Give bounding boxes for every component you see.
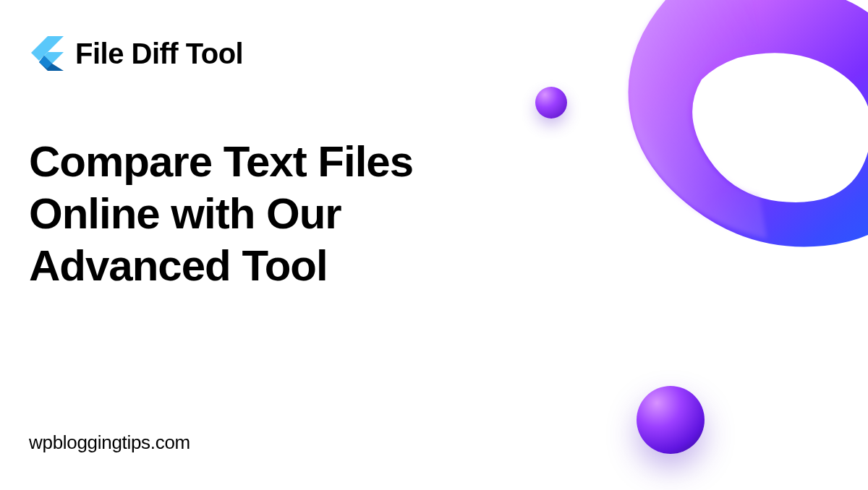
decorative-sphere-large xyxy=(637,386,705,454)
domain-label: wpbloggingtips.com xyxy=(29,431,190,454)
decorative-3d-shape xyxy=(593,0,868,311)
brand-name: File Diff Tool xyxy=(75,38,243,70)
page-headline: Compare Text Files Online with Our Advan… xyxy=(29,136,521,292)
decorative-sphere-small xyxy=(535,87,567,119)
flutter-logo-icon xyxy=(29,36,64,71)
hero-banner: File Diff Tool Compare Text Files Online… xyxy=(0,0,868,490)
